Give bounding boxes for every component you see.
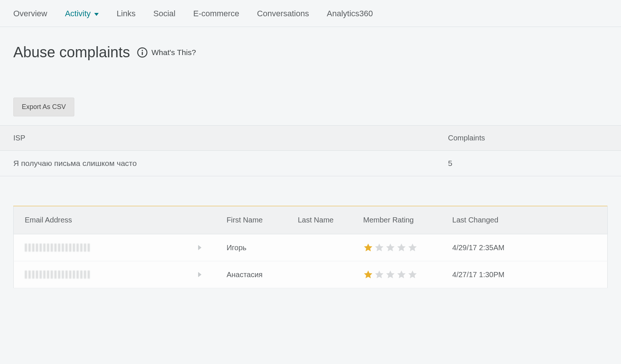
- whats-this-label: What's This?: [152, 48, 196, 57]
- chevron-right-icon[interactable]: [198, 245, 201, 250]
- tab-ecommerce[interactable]: E-commerce: [193, 9, 240, 18]
- tab-analytics360[interactable]: Analytics360: [327, 9, 373, 18]
- summary-table: ISP Complaints Я получаю письма слишком …: [0, 125, 621, 176]
- star-empty-icon: [374, 269, 384, 280]
- cell-last-changed: 4/27/17 1:30PM: [441, 261, 608, 288]
- email-redacted: [25, 271, 91, 279]
- cell-rating: [352, 234, 441, 261]
- tab-overview[interactable]: Overview: [13, 9, 47, 18]
- cell-last-name: [287, 234, 352, 261]
- summary-row: Я получаю письма слишком часто 5: [0, 151, 621, 176]
- summary-header-complaints: Complaints: [435, 126, 621, 151]
- tab-social[interactable]: Social: [153, 9, 176, 18]
- chevron-down-icon: [94, 13, 99, 16]
- summary-header-isp: ISP: [0, 126, 435, 151]
- header-first-name: First Name: [216, 206, 287, 234]
- export-csv-button[interactable]: Export As CSV: [13, 98, 74, 116]
- whats-this-link[interactable]: What's This?: [137, 47, 196, 58]
- tab-activity[interactable]: Activity: [65, 9, 99, 18]
- star-empty-icon: [396, 242, 407, 253]
- page-header: Abuse complaints What's This?: [0, 27, 621, 64]
- star-empty-icon: [385, 269, 396, 280]
- summary-table-header: ISP Complaints: [0, 126, 621, 151]
- tab-activity-label: Activity: [65, 9, 91, 18]
- svg-rect-2: [142, 52, 143, 55]
- star-rating: [363, 242, 430, 253]
- summary-cell-isp: Я получаю письма слишком часто: [0, 151, 435, 176]
- star-filled-icon: [363, 242, 373, 253]
- star-empty-icon: [396, 269, 407, 280]
- header-last-changed: Last Changed: [441, 206, 608, 234]
- cell-last-name: [287, 261, 352, 288]
- tab-conversations[interactable]: Conversations: [257, 9, 309, 18]
- header-email: Email Address: [14, 206, 216, 234]
- table-row[interactable]: Анастасия4/27/17 1:30PM: [14, 261, 608, 288]
- actions-bar: Export As CSV: [0, 64, 621, 125]
- tab-links[interactable]: Links: [116, 9, 135, 18]
- table-row[interactable]: Игорь4/29/17 2:35AM: [14, 234, 608, 261]
- summary-cell-complaints: 5: [435, 151, 621, 176]
- svg-point-1: [142, 50, 143, 51]
- cell-last-changed: 4/29/17 2:35AM: [441, 234, 608, 261]
- cell-email: [14, 234, 216, 261]
- detail-table-header: Email Address First Name Last Name Membe…: [14, 206, 608, 234]
- page-title: Abuse complaints: [13, 44, 130, 61]
- info-icon: [137, 47, 148, 58]
- cell-rating: [352, 261, 441, 288]
- star-empty-icon: [407, 269, 418, 280]
- header-last-name: Last Name: [287, 206, 352, 234]
- star-rating: [363, 269, 430, 280]
- chevron-right-icon[interactable]: [198, 272, 201, 277]
- tab-nav: Overview Activity Links Social E-commerc…: [0, 0, 621, 27]
- cell-email: [14, 261, 216, 288]
- star-empty-icon: [407, 242, 418, 253]
- cell-first-name: Анастасия: [216, 261, 287, 288]
- star-empty-icon: [374, 242, 384, 253]
- detail-table: Email Address First Name Last Name Membe…: [13, 206, 608, 288]
- email-redacted: [25, 244, 91, 252]
- star-filled-icon: [363, 269, 373, 280]
- star-empty-icon: [385, 242, 396, 253]
- cell-first-name: Игорь: [216, 234, 287, 261]
- detail-table-wrap: Email Address First Name Last Name Membe…: [0, 176, 621, 288]
- header-member-rating: Member Rating: [352, 206, 441, 234]
